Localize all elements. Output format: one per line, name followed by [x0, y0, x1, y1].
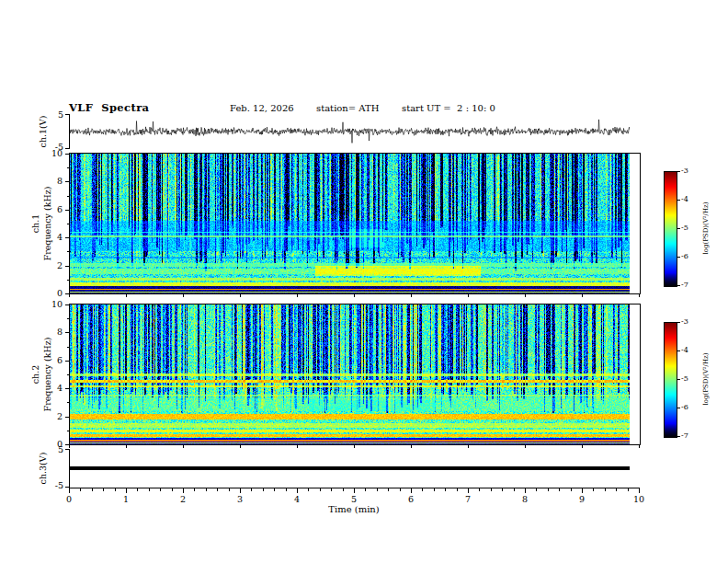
freq-major-tick — [65, 361, 69, 362]
ch1-colorbar — [664, 171, 677, 287]
x-axis-minor-tick — [160, 488, 161, 491]
freq-minor-tick — [67, 280, 69, 281]
x-axis-minor-tick — [263, 488, 264, 491]
spec-x-tick — [639, 445, 640, 448]
x-axis-minor-tick — [479, 488, 480, 491]
volt-tick-label: -5 — [45, 142, 63, 152]
freq-tick-label: 4 — [46, 232, 63, 242]
x-axis-minor-tick — [422, 488, 423, 491]
ch1-colorbar-label: log(PSD)(V²/Hz) — [702, 202, 710, 255]
colorbar-tick-label: -7 — [681, 281, 698, 289]
ch2-colorbar-canvas — [665, 323, 677, 437]
freq-major-tick — [65, 304, 69, 305]
spec-x-tick — [240, 445, 241, 448]
x-axis-tick-label: 8 — [514, 494, 536, 504]
ch1-spectrogram-freq-label: Frequency (kHz) — [42, 187, 52, 261]
freq-minor-tick — [67, 374, 69, 375]
freq-tick-label: 2 — [46, 411, 63, 421]
freq-tick-label: 8 — [46, 327, 63, 337]
freq-tick-label: 10 — [46, 299, 63, 309]
freq-major-tick — [65, 237, 69, 238]
freq-tick-label: 2 — [46, 260, 63, 270]
colorbar-tick-label: -6 — [681, 252, 698, 260]
x-axis-minor-tick — [491, 488, 492, 491]
spec-x-tick — [354, 294, 355, 297]
spec-x-tick — [69, 445, 70, 448]
ch1-waveform-canvas — [70, 114, 630, 149]
x-axis-tick-label: 9 — [571, 494, 593, 504]
freq-minor-tick — [67, 224, 69, 224]
x-axis-minor-tick — [251, 488, 252, 491]
freq-major-tick — [65, 388, 69, 389]
x-axis-minor-tick — [274, 488, 275, 491]
x-axis-minor-tick — [308, 488, 309, 491]
colorbar-tick — [677, 228, 680, 229]
volt-tick — [65, 114, 69, 115]
freq-major-tick — [65, 210, 69, 211]
spec-x-tick — [183, 294, 184, 297]
x-axis-tick-label: 4 — [286, 494, 308, 504]
x-axis-major-tick — [582, 488, 583, 493]
spec-x-tick — [468, 294, 469, 297]
ch2-colorbar-label: log(PSD)(V²/Hz) — [702, 353, 710, 406]
freq-minor-tick — [67, 251, 69, 252]
colorbar-tick-label: -4 — [681, 346, 698, 354]
colorbar-tick — [677, 322, 680, 323]
x-axis-minor-tick — [286, 488, 287, 491]
volt-tick-label: 5 — [45, 444, 63, 454]
ch1-spectrogram-panel — [69, 153, 641, 294]
spec-x-tick — [354, 445, 355, 448]
colorbar-tick — [677, 171, 680, 172]
x-axis-minor-tick — [331, 488, 332, 491]
freq-major-tick — [65, 332, 69, 333]
colorbar-tick-label: -5 — [681, 374, 698, 383]
x-axis-minor-tick — [172, 488, 173, 491]
vlf-spectra-figure: VLF Spectra Feb. 12, 2026 station= ATH s… — [0, 0, 728, 563]
spec-x-tick — [639, 294, 640, 297]
x-axis-tick-label: 5 — [343, 494, 365, 504]
x-axis-major-tick — [525, 488, 526, 493]
volt-tick — [65, 449, 69, 450]
x-axis-tick-label: 1 — [115, 494, 137, 504]
x-axis-minor-tick — [628, 488, 629, 491]
colorbar-tick — [677, 285, 680, 286]
x-axis-minor-tick — [445, 488, 446, 491]
volt-tick — [65, 487, 69, 488]
ch3-panel — [69, 449, 640, 488]
spec-x-tick — [525, 445, 526, 448]
ch1-colorbar-canvas — [665, 172, 677, 286]
x-axis-minor-tick — [559, 488, 560, 491]
freq-tick-label: 8 — [46, 176, 63, 186]
ch2-colorbar — [664, 322, 677, 438]
spec-x-tick — [297, 445, 298, 448]
colorbar-tick — [677, 257, 680, 258]
x-axis-major-tick — [297, 488, 298, 493]
ch2-spectrogram-canvas — [70, 304, 630, 444]
x-axis-minor-tick — [536, 488, 537, 491]
spec-x-tick — [126, 294, 127, 297]
freq-minor-tick — [67, 167, 69, 168]
freq-minor-tick — [67, 347, 69, 348]
freq-major-tick — [65, 181, 69, 182]
x-axis-minor-tick — [605, 488, 606, 491]
time-axis-label: Time (min) — [69, 504, 639, 514]
spec-x-tick — [582, 294, 583, 297]
freq-minor-tick — [67, 196, 69, 197]
x-axis-major-tick — [468, 488, 469, 493]
spec-x-tick — [240, 294, 241, 297]
x-axis-minor-tick — [80, 488, 81, 491]
colorbar-tick-label: -3 — [681, 167, 698, 175]
spec-x-tick — [525, 294, 526, 297]
x-axis-minor-tick — [137, 488, 138, 491]
freq-major-tick — [65, 417, 69, 418]
x-axis-tick-label: 6 — [400, 494, 422, 504]
freq-minor-tick — [67, 402, 69, 403]
x-axis-minor-tick — [365, 488, 366, 491]
x-axis-major-tick — [240, 488, 241, 493]
freq-minor-tick — [67, 431, 69, 431]
x-axis-minor-tick — [206, 488, 207, 491]
x-axis-major-tick — [183, 488, 184, 493]
header-station: station= ATH — [316, 103, 379, 113]
freq-tick-label: 6 — [46, 355, 63, 365]
x-axis-minor-tick — [514, 488, 515, 491]
